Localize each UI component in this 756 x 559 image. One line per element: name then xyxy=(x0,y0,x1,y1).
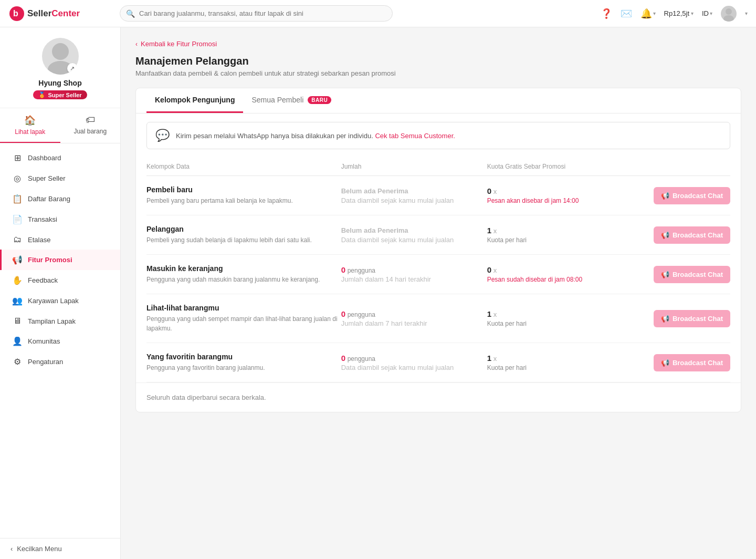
svg-text:b: b xyxy=(13,9,18,18)
row-favorit-info: Yang favoritin barangmu Pengguna yang fa… xyxy=(146,353,341,372)
dashboard-icon: ⊞ xyxy=(12,153,23,163)
badge-icon: 🏅 xyxy=(38,91,46,98)
broadcast-icon: 📢 xyxy=(661,192,669,200)
row-name: Pelanggan xyxy=(146,225,341,233)
notification-button[interactable]: 🔔 ▾ xyxy=(640,8,656,19)
fitur-promosi-icon: 📢 xyxy=(12,255,23,265)
table-row: Pembeli baru Pembeli yang baru pertama k… xyxy=(146,176,730,215)
message-button[interactable]: ✉️ xyxy=(621,8,632,19)
breadcrumb[interactable]: ‹ Kembali ke Fitur Promosi xyxy=(135,40,741,48)
bell-icon: 🔔 xyxy=(640,8,652,19)
broadcast-chat-button-pembeli-baru[interactable]: 📢 Broadcast Chat xyxy=(654,187,730,204)
feedback-icon: ✋ xyxy=(12,275,23,285)
row-pembeli-baru-info: Pembeli baru Pembeli yang baru pertama k… xyxy=(146,185,341,205)
row-favorit-jumlah: 0 pengguna Data diambil sejak kamu mulai… xyxy=(341,354,487,371)
sidebar-item-pengaturan[interactable]: ⚙ Pengaturan xyxy=(0,351,120,372)
pengaturan-icon: ⚙ xyxy=(12,357,23,367)
broadcast-chat-button-pelanggan[interactable]: 📢 Broadcast Chat xyxy=(654,226,730,244)
svg-point-2 xyxy=(726,8,732,15)
row-name: Lihat-lihat barangmu xyxy=(146,304,341,312)
row-pembeli-baru-action: 📢 Broadcast Chat xyxy=(633,187,730,204)
row-desc: Pengguna yang udah sempet mampir dan lih… xyxy=(146,314,341,333)
language-selector[interactable]: ID ▾ xyxy=(702,9,712,17)
jumlah-label: Belum ada Penerima xyxy=(341,226,487,234)
navbar: b SellerCenter 🔍 ❓ ✉️ 🔔 ▾ Rp12,5jt ▾ ID … xyxy=(0,0,756,27)
table-row: Pelanggan Pembeli yang sudah belanja di … xyxy=(146,215,730,255)
card-tabs: Kelompok Pengunjung Semua Pembeli BARU xyxy=(136,88,741,113)
lang-value: ID xyxy=(702,9,709,17)
sidebar-tabs: 🏠 Lihat lapak 🏷 Jual barang xyxy=(0,108,120,143)
logo: b SellerCenter xyxy=(8,5,113,22)
table-row: Lihat-lihat barangmu Pengguna yang udah … xyxy=(146,294,730,343)
svg-point-3 xyxy=(723,15,734,22)
share-icon: ↗ xyxy=(70,65,75,72)
row-desc: Pengguna yang favoritin barang jualanmu. xyxy=(146,363,341,372)
tab-semua-pembeli[interactable]: Semua Pembeli BARU xyxy=(243,88,340,113)
sidebar-item-tampilan-lapak[interactable]: 🖥 Tampilan Lapak xyxy=(0,311,120,331)
header-kelompok: Kelompok Data xyxy=(146,163,341,170)
tab-lihat-lapak[interactable]: 🏠 Lihat lapak xyxy=(0,108,60,143)
row-lihat-action: 📢 Broadcast Chat xyxy=(633,310,730,327)
row-pelanggan-action: 📢 Broadcast Chat xyxy=(633,226,730,244)
sidebar-item-super-seller[interactable]: ◎ Super Seller xyxy=(0,168,120,189)
broadcast-chat-button-favorit[interactable]: 📢 Broadcast Chat xyxy=(654,354,730,371)
jual-barang-icon: 🏷 xyxy=(86,115,95,126)
jumlah-sublabel: Jumlah dalam 14 hari terakhir xyxy=(341,275,487,283)
row-lihat-info: Lihat-lihat barangmu Pengguna yang udah … xyxy=(146,304,341,333)
broadcast-icon: 📢 xyxy=(661,231,669,239)
tab-kelompok-pengunjung[interactable]: Kelompok Pengunjung xyxy=(146,88,243,113)
row-desc: Pengguna yang udah masukin barang jualan… xyxy=(146,275,341,284)
header-action xyxy=(633,163,730,170)
broadcast-icon: 📢 xyxy=(661,359,669,367)
sidebar-item-karyawan-lapak[interactable]: 👥 Karyawan Lapak xyxy=(0,291,120,311)
main-card: Kelompok Pengunjung Semua Pembeli BARU 💬… xyxy=(135,88,741,412)
header-kuota: Kuota Gratis Sebar Promosi xyxy=(487,163,633,170)
jumlah-sublabel: Data diambil sejak kamu mulai jualan xyxy=(341,236,487,244)
sidebar-item-daftar-barang[interactable]: 📋 Daftar Barang xyxy=(0,189,120,209)
row-keranjang-jumlah: 0 pengguna Jumlah dalam 14 hari terakhir xyxy=(341,265,487,283)
jumlah-sublabel: Data diambil sejak kamu mulai jualan xyxy=(341,196,487,204)
collapse-menu-button[interactable]: ‹ Kecilkan Menu xyxy=(0,538,120,559)
wa-notice-link[interactable]: Cek tab Semua Customer. xyxy=(375,132,455,140)
sidebar-item-komunitas[interactable]: 👤 Komunitas xyxy=(0,331,120,351)
super-seller-badge: 🏅 Super Seller xyxy=(33,90,87,99)
sidebar-item-dashboard[interactable]: ⊞ Dashboard xyxy=(0,148,120,168)
profile-section: ↗ Hyung Shop 🏅 Super Seller xyxy=(0,27,120,108)
row-pembeli-baru-kuota: 0 x Pesan akan disebar di jam 14:00 xyxy=(487,187,633,204)
help-icon: ❓ xyxy=(601,8,612,19)
sidebar-item-feedback[interactable]: ✋ Feedback xyxy=(0,270,120,291)
row-name: Masukin ke keranjang xyxy=(146,264,341,273)
user-avatar[interactable] xyxy=(721,6,737,22)
broadcast-chat-button-lihat[interactable]: 📢 Broadcast Chat xyxy=(654,310,730,327)
row-desc: Pembeli yang baru pertama kali belanja k… xyxy=(146,196,341,205)
tab-jual-barang[interactable]: 🏷 Jual barang xyxy=(60,108,121,143)
sidebar-item-etalase[interactable]: 🗂 Etalase xyxy=(0,230,120,250)
sidebar-item-transaksi[interactable]: 📄 Transaksi xyxy=(0,209,120,230)
super-seller-icon: ◎ xyxy=(12,173,23,183)
search-input[interactable] xyxy=(120,5,393,22)
karyawan-icon: 👥 xyxy=(12,296,23,306)
profile-name: Hyung Shop xyxy=(38,79,81,87)
broadcast-chat-button-keranjang[interactable]: 📢 Broadcast Chat xyxy=(654,266,730,283)
help-button[interactable]: ❓ xyxy=(601,8,612,19)
page-title: Manajemen Pelanggan xyxy=(135,55,741,67)
row-keranjang-info: Masukin ke keranjang Pengguna yang udah … xyxy=(146,264,341,284)
komunitas-icon: 👤 xyxy=(12,336,23,346)
row-keranjang-action: 📢 Broadcast Chat xyxy=(633,266,730,283)
balance-display[interactable]: Rp12,5jt ▾ xyxy=(664,9,694,17)
sidebar: ↗ Hyung Shop 🏅 Super Seller 🏠 Lihat lapa… xyxy=(0,27,121,559)
jumlah-label: Belum ada Penerima xyxy=(341,187,487,195)
row-favorit-kuota: 1 x Kuota per hari xyxy=(487,354,633,371)
search-wrapper: 🔍 xyxy=(120,5,393,22)
collapse-icon: ‹ xyxy=(10,545,13,553)
lang-chevron: ▾ xyxy=(710,11,712,16)
logo-text: SellerCenter xyxy=(27,8,80,19)
row-pelanggan-info: Pelanggan Pembeli yang sudah belanja di … xyxy=(146,225,341,245)
sidebar-item-fitur-promosi[interactable]: 📢 Fitur Promosi xyxy=(0,250,120,270)
search-icon: 🔍 xyxy=(126,9,135,18)
footer-note: Seluruh data diperbarui secara berkala. xyxy=(146,394,266,401)
sidebar-nav: ⊞ Dashboard ◎ Super Seller 📋 Daftar Bara… xyxy=(0,143,120,538)
share-button[interactable]: ↗ xyxy=(67,63,78,74)
new-badge: BARU xyxy=(308,96,331,104)
balance-value: Rp12,5jt xyxy=(664,9,689,17)
